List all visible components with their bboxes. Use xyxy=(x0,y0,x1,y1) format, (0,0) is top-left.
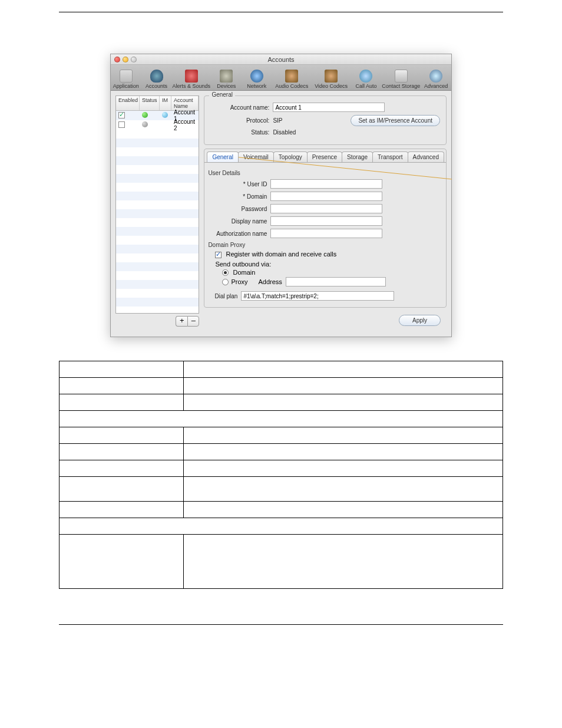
fields-table xyxy=(59,361,503,589)
domain-proxy-header: Domain Proxy xyxy=(208,242,442,248)
remove-account-button[interactable]: – xyxy=(187,316,199,327)
tb-network[interactable]: Network xyxy=(242,65,272,90)
tb-devices[interactable]: Devices xyxy=(211,65,242,90)
status-orb-icon xyxy=(142,112,148,118)
application-icon xyxy=(120,70,133,83)
im-presence-icon xyxy=(162,112,168,118)
tab-topology[interactable]: Topology xyxy=(273,151,308,162)
set-presence-button[interactable]: Set as IM/Presence Account xyxy=(351,115,440,126)
add-account-button[interactable]: + xyxy=(176,316,187,327)
top-rule xyxy=(59,12,503,12)
window-title: Accounts xyxy=(111,56,451,63)
password-input[interactable] xyxy=(270,204,382,213)
accounts-icon xyxy=(150,70,163,83)
tab-advanced[interactable]: Advanced xyxy=(408,151,444,162)
proxy-radio[interactable] xyxy=(222,279,229,285)
tb-advanced[interactable]: Advanced xyxy=(421,65,451,90)
enabled-checkbox[interactable] xyxy=(118,112,125,118)
titlebar: Accounts xyxy=(111,54,451,65)
audio-codecs-icon xyxy=(285,70,298,83)
proxy-address-input[interactable] xyxy=(286,277,386,286)
tab-voicemail[interactable]: Voicemail xyxy=(238,151,274,162)
tb-video[interactable]: Video Codecs xyxy=(312,65,351,90)
tab-transport[interactable]: Transport xyxy=(372,151,408,162)
user-id-input[interactable] xyxy=(270,179,382,189)
account-name-label: Account name: xyxy=(210,104,269,111)
dial-plan-label: Dial plan xyxy=(208,293,237,299)
tab-presence[interactable]: Presence xyxy=(307,151,342,162)
account-name-input[interactable] xyxy=(273,103,385,112)
tb-audio[interactable]: Audio Codecs xyxy=(272,65,312,90)
accounts-list[interactable]: Enabled Status IM Account Name Account 1 xyxy=(115,95,199,314)
protocol-value: SIP xyxy=(273,117,282,124)
tabs-group: General Voicemail Topology Presence Stor… xyxy=(204,149,447,308)
tb-storage[interactable]: Contact Storage xyxy=(381,65,421,90)
register-checkbox[interactable] xyxy=(215,252,222,258)
domain-radio[interactable] xyxy=(222,269,229,276)
user-details-header: User Details xyxy=(208,170,442,176)
video-codecs-icon xyxy=(325,70,338,83)
tb-callauto[interactable]: Call Auto xyxy=(351,65,382,90)
dial-plan-input[interactable] xyxy=(241,291,394,301)
list-row[interactable]: Account 2 xyxy=(116,120,199,130)
bottom-rule xyxy=(59,624,503,625)
toolbar: Application Accounts Alerts & Sounds Dev… xyxy=(111,65,451,91)
tb-application[interactable]: Application xyxy=(111,65,141,90)
tb-alerts[interactable]: Alerts & Sounds xyxy=(171,65,211,90)
network-icon xyxy=(250,70,263,83)
domain-input[interactable] xyxy=(270,192,382,201)
tb-accounts[interactable]: Accounts xyxy=(141,65,172,90)
send-via-label: Send outbound via: xyxy=(215,261,442,268)
contact-storage-icon xyxy=(395,70,408,83)
alerts-icon xyxy=(185,70,198,83)
devices-icon xyxy=(220,70,233,83)
protocol-label: Protocol: xyxy=(210,117,269,124)
call-auto-icon xyxy=(359,70,372,83)
auth-name-input[interactable] xyxy=(270,229,382,238)
status-orb-icon xyxy=(142,121,148,127)
general-group: General Account name: Protocol: SIP Set … xyxy=(204,95,447,145)
advanced-icon xyxy=(429,70,442,83)
apply-button[interactable]: Apply xyxy=(399,315,441,326)
status-value: Disabled xyxy=(273,129,296,136)
tab-general[interactable]: General xyxy=(207,151,239,162)
accounts-window: Accounts Application Accounts Alerts & S… xyxy=(110,54,452,337)
tab-storage[interactable]: Storage xyxy=(342,151,373,162)
enabled-checkbox[interactable] xyxy=(118,121,125,128)
display-name-input[interactable] xyxy=(270,216,382,226)
status-label: Status: xyxy=(210,129,269,136)
